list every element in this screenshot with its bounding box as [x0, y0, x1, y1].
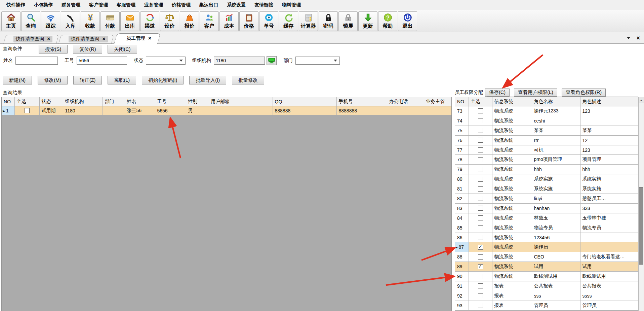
column-header[interactable]: 状态 [39, 97, 63, 106]
table-row[interactable]: 90物流系统欧线测试用欧线测试用 [455, 272, 638, 281]
toolbar-button-channel[interactable]: 渠道 [140, 11, 159, 31]
tab-close-icon[interactable]: × [47, 36, 50, 42]
row-checkbox[interactable] [478, 264, 483, 269]
table-row[interactable]: 93报表管理员管理员 [455, 301, 638, 310]
column-header[interactable]: 部门 [103, 97, 125, 106]
table-row[interactable]: 88物流系统CEO专门给老板看看这… [455, 252, 638, 262]
column-header[interactable]: 组织机构 [63, 97, 103, 106]
column-header[interactable]: 手机号 [336, 97, 387, 106]
table-row[interactable]: 76物流系统rrr12 [455, 135, 638, 145]
toolbar-button-inbound[interactable]: 入库 [61, 11, 80, 31]
row-checkbox[interactable] [478, 293, 483, 298]
column-header[interactable]: 角色名称 [532, 97, 580, 106]
table-row[interactable]: ▶1试用期1180张三565656男8888888888888 [2, 106, 452, 115]
row-checkbox[interactable] [478, 177, 483, 182]
column-header[interactable]: 角色描述 [580, 97, 638, 106]
toolbar-button-cache[interactable]: 缓存 [279, 11, 298, 31]
column-header[interactable]: NO. [2, 97, 14, 106]
row-checkbox[interactable] [478, 157, 483, 162]
row-checkbox[interactable] [478, 206, 483, 211]
table-row[interactable]: 85物流系统物流专员物流专员 [455, 223, 638, 233]
query-button-reset[interactable]: 复位(R) [73, 45, 102, 54]
row-checkbox[interactable] [478, 167, 483, 172]
row-checkbox[interactable] [478, 147, 483, 152]
toolbar-button-pay[interactable]: 付款 [100, 11, 120, 31]
table-row[interactable]: 92报表sssssss [455, 291, 638, 301]
permission-button-view-user-perm[interactable]: 查看用户权限(L) [514, 89, 557, 97]
menu-item-6[interactable]: 业务管理 [140, 2, 167, 8]
query-button-search[interactable]: 搜索(S) [39, 45, 68, 54]
row-checkbox[interactable] [478, 225, 483, 230]
column-header[interactable]: 信息系统 [492, 97, 532, 106]
table-row[interactable]: 73物流系统操作元1233123 [455, 106, 638, 116]
action-button-new[interactable]: 新建(N) [3, 76, 32, 84]
row-checkbox[interactable] [478, 186, 483, 192]
menu-item-7[interactable]: 价格管理 [167, 2, 195, 8]
vertical-scrollbar[interactable]: ▲ [638, 97, 644, 311]
row-checkbox[interactable] [478, 254, 483, 260]
column-header[interactable]: 工号 [155, 97, 186, 106]
table-row[interactable]: 80物流系统系统实施系统实施 [455, 174, 638, 184]
action-button-init-password[interactable]: 初始化密码(I) [142, 76, 184, 84]
table-row[interactable]: 74物流系统ceshi [455, 116, 638, 126]
action-button-batch-modify[interactable]: 批量修改 [232, 76, 264, 84]
tab-close-icon[interactable]: × [102, 36, 105, 42]
toolbar-button-exit[interactable]: 退出 [398, 11, 417, 31]
toolbar-button-quote[interactable]: 报价 [180, 11, 199, 31]
scrollbar-thumb[interactable] [639, 187, 643, 265]
row-checkbox[interactable] [478, 283, 483, 288]
menu-item-11[interactable]: 物料管理 [278, 2, 305, 8]
table-row[interactable]: 75物流系统某某某某 [455, 126, 638, 135]
table-row[interactable]: 84物流系统林黛玉玉带林中挂 [455, 213, 638, 223]
toolbar-button-password[interactable]: 密码 [319, 11, 338, 31]
tab-3[interactable]: 员工管理× [114, 33, 158, 43]
permission-button-save[interactable]: 保存(C) [485, 89, 510, 97]
row-checkbox[interactable] [25, 108, 30, 113]
toolbar-button-lockscreen[interactable]: 锁屏 [338, 11, 358, 31]
org-picker-button[interactable] [267, 56, 277, 65]
table-row[interactable]: ▸87物流系统操作员 [455, 242, 638, 252]
column-header[interactable]: 性别 [186, 97, 209, 106]
name-input[interactable] [15, 57, 58, 65]
toolbar-button-home[interactable]: 主页 [1, 11, 21, 31]
tab-2[interactable]: 快件清单查询× [58, 35, 112, 43]
row-checkbox[interactable] [478, 196, 483, 201]
dept-select[interactable] [295, 57, 340, 65]
toolbar-button-help[interactable]: ?帮助 [378, 11, 397, 31]
menu-item-10[interactable]: 友情链接 [250, 2, 278, 8]
toolbar-button-price[interactable]: 价格 [239, 11, 258, 31]
tab-1[interactable]: 快件清单查询× [3, 35, 56, 43]
column-header[interactable]: 全选 [14, 97, 39, 106]
row-checkbox[interactable] [478, 108, 483, 113]
table-row[interactable]: 77物流系统司机123 [455, 145, 638, 155]
row-checkbox[interactable] [478, 235, 483, 240]
menu-item-5[interactable]: 客服管理 [112, 2, 140, 8]
column-header[interactable]: NO. [455, 97, 469, 106]
toolbar-button-customer[interactable]: 客户 [200, 11, 219, 31]
job-no-input[interactable] [77, 57, 127, 65]
action-button-batch-import[interactable]: 批量导入(I) [189, 76, 226, 84]
menu-item-3[interactable]: 财务管理 [57, 2, 85, 8]
tab-close-icon[interactable]: × [148, 36, 151, 41]
tabbar-close-icon[interactable]: × [636, 35, 640, 41]
scroll-up-icon[interactable]: ▲ [639, 97, 644, 103]
column-header[interactable]: QQ [273, 97, 336, 106]
column-header[interactable]: 姓名 [125, 97, 155, 106]
column-header[interactable]: 全选 [469, 97, 492, 106]
toolbar-button-calculator[interactable]: 计算器 [299, 11, 318, 31]
toolbar-button-cost[interactable]: 成本 [219, 11, 239, 31]
row-checkbox[interactable] [478, 274, 483, 279]
table-row[interactable]: 79物流系统hhhhhh [455, 165, 638, 174]
menu-item-9[interactable]: 系统设置 [223, 2, 250, 8]
toolbar-button-track[interactable]: 跟踪 [41, 11, 60, 31]
toolbar-button-outbound[interactable]: 出库 [120, 11, 139, 31]
permission-button-view-role-perm[interactable]: 查看角色权限(R) [562, 89, 606, 97]
toolbar-button-receive[interactable]: ¥收款 [81, 11, 100, 31]
table-row[interactable]: 91报表公共报表公共报表 [455, 281, 638, 291]
table-row[interactable]: 89物流系统试用试用 [455, 262, 638, 272]
menu-item-4[interactable]: 客户管理 [85, 2, 112, 8]
menu-item-2[interactable]: 小包操作 [30, 2, 57, 8]
row-checkbox[interactable] [478, 245, 483, 250]
row-checkbox[interactable] [478, 215, 483, 220]
action-button-modify[interactable]: 修改(M) [38, 76, 68, 84]
